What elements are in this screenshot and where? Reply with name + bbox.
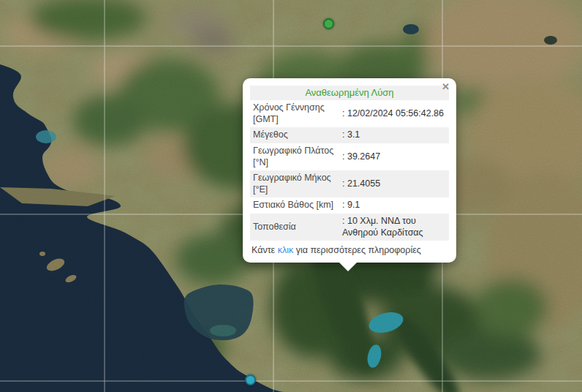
table-row: Μέγεθος : 3.1 — [250, 127, 449, 143]
popup-arrow — [339, 263, 357, 271]
row-value: : 9.1 — [339, 197, 449, 214]
popup-footer: Κάντε κλικ για περισσότερες πληροφορίες — [250, 241, 449, 258]
table-row: Εστιακό Βάθος [km] : 9.1 — [250, 197, 449, 214]
earthquake-details-table: Χρόνος Γέννησης [GMT] : 12/02/2024 05:56… — [250, 100, 449, 241]
row-value: : 3.1 — [339, 127, 449, 143]
row-label: Μέγεθος — [250, 127, 339, 143]
row-value: : 39.2647 — [339, 143, 449, 170]
row-value: : 21.4055 — [339, 170, 449, 197]
row-value: : 10 Χλμ. ΝΝΔ του Ανθηρού Καρδίτσας — [339, 214, 449, 241]
footer-text-suffix: για περισσότερες πληροφορίες — [296, 245, 421, 255]
earthquake-marker-north[interactable] — [323, 18, 334, 29]
earthquake-marker-south[interactable] — [245, 374, 256, 385]
row-value: : 12/02/2024 05:56:42.86 — [339, 100, 449, 127]
row-label: Χρόνος Γέννησης [GMT] — [250, 100, 339, 127]
row-label: Εστιακό Βάθος [km] — [250, 197, 339, 214]
popup-title: Αναθεωρημένη Λύση — [250, 86, 449, 100]
table-row: Γεωγραφικό Μήκος [°E] : 21.4055 — [250, 170, 449, 197]
table-row: Τοποθεσία : 10 Χλμ. ΝΝΔ του Ανθηρού Καρδ… — [250, 214, 449, 241]
row-label: Γεωγραφικό Πλάτος [°N] — [250, 143, 339, 170]
table-row: Χρόνος Γέννησης [GMT] : 12/02/2024 05:56… — [250, 100, 449, 127]
footer-text-prefix: Κάντε — [252, 245, 275, 255]
close-icon[interactable]: ✕ — [442, 82, 450, 91]
more-info-link[interactable]: κλικ — [278, 245, 294, 255]
row-label: Τοποθεσία — [250, 214, 339, 241]
earthquake-popup: ✕ Αναθεωρημένη Λύση Χρόνος Γέννησης [GMT… — [243, 78, 456, 263]
table-row: Γεωγραφικό Πλάτος [°N] : 39.2647 — [250, 143, 449, 170]
row-label: Γεωγραφικό Μήκος [°E] — [250, 170, 339, 197]
